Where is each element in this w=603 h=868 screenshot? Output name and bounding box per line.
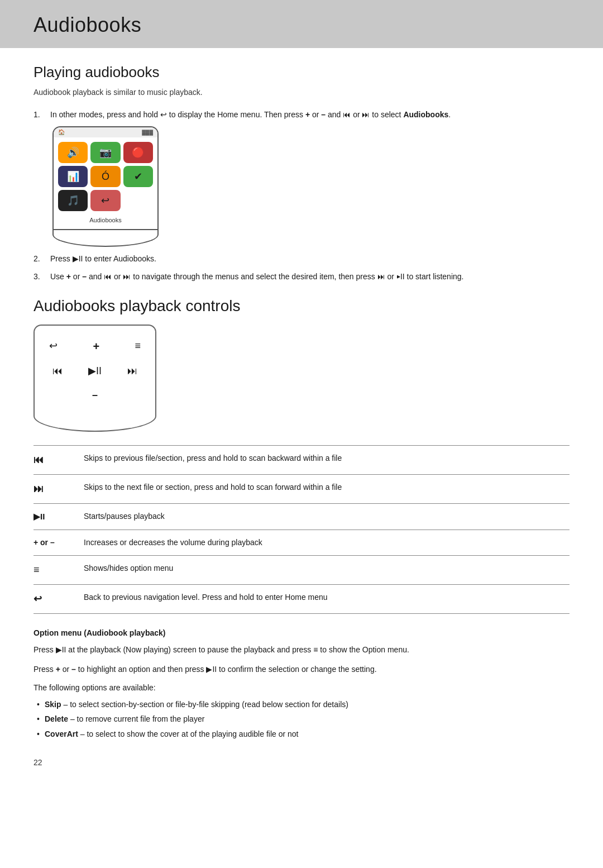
back-symbol: ↩: [34, 585, 78, 614]
option-menu-section: Option menu (Audiobook playback) Press ▶…: [34, 627, 570, 740]
control-row-volume: + or – Increases or decreases the volume…: [34, 530, 570, 556]
play-icon: ▶II: [88, 364, 102, 379]
option-menu-text2: Press + or – to highlight an option and …: [34, 663, 570, 675]
prev-description: Skips to previous file/section, press an…: [78, 445, 570, 474]
section1-title: Playing audiobooks: [34, 61, 570, 83]
plus-icon: +: [93, 338, 99, 355]
play-description: Starts/pauses playback: [78, 503, 570, 530]
next-icon: ⏭: [127, 364, 137, 379]
play-symbol: ▶II: [34, 503, 78, 530]
step1-text: In other modes, press and hold ↩ to disp…: [50, 110, 403, 119]
prev-symbol: ⏮: [34, 445, 78, 474]
step2-text: Press ▶II to enter Audiobooks.: [50, 252, 156, 265]
volume-symbol: + or –: [34, 530, 78, 556]
page-number: 22: [34, 757, 570, 769]
minus-icon: –: [92, 388, 98, 403]
controls-device-image: ↩ + ≡ ⏮ ▶II ⏭ –: [34, 325, 570, 432]
section1-subtitle: Audiobook playback is similar to music p…: [34, 87, 570, 98]
menu-icon: ≡: [135, 338, 141, 354]
controls-table: ⏮ Skips to previous file/section, press …: [34, 445, 570, 614]
next-description: Skips to the next file or section, press…: [78, 474, 570, 503]
option-menu-title: Option menu (Audiobook playback): [34, 627, 570, 639]
menu-description: Shows/hides option menu: [78, 556, 570, 585]
page-header: Audiobooks: [0, 0, 603, 48]
back-description: Back to previous navigation level. Press…: [78, 585, 570, 614]
step-1: 1. In other modes, press and hold ↩ to d…: [34, 108, 570, 247]
device-image: 🏠 ▓▓▓ 🔊 📷 🔴 📊 Ó ✔ 🎵 ↩: [52, 126, 451, 247]
step-3: 3. Use + or – and ⏮ or ⏭ to navigate thr…: [34, 270, 570, 283]
control-row-prev: ⏮ Skips to previous file/section, press …: [34, 445, 570, 474]
step3-text: Use + or – and ⏮ or ⏭ to navigate throug…: [50, 270, 463, 283]
option-menu-text1: Press ▶II at the playback (Now playing) …: [34, 643, 570, 656]
page-title: Audiobooks: [34, 10, 570, 40]
options-list: Skip – to select section-by-section or f…: [34, 698, 570, 740]
page-content: Playing audiobooks Audiobook playback is…: [0, 61, 603, 791]
control-row-menu: ≡ Shows/hides option menu: [34, 556, 570, 585]
option-coverart: CoverArt – to select to show the cover a…: [45, 728, 570, 740]
prev-icon: ⏮: [52, 364, 63, 379]
section2-title: Audiobooks playback controls: [34, 294, 570, 318]
option-delete: Delete – to remove current file from the…: [45, 713, 570, 725]
step-2: 2. Press ▶II to enter Audiobooks.: [34, 252, 570, 265]
step1-bold: Audiobooks: [403, 110, 448, 119]
menu-symbol: ≡: [34, 556, 78, 585]
option-skip: Skip – to select section-by-section or f…: [45, 698, 570, 710]
control-row-next: ⏭ Skips to the next file or section, pre…: [34, 474, 570, 503]
volume-description: Increases or decreases the volume during…: [78, 530, 570, 556]
next-symbol: ⏭: [34, 474, 78, 503]
steps-list: 1. In other modes, press and hold ↩ to d…: [34, 108, 570, 283]
control-row-play: ▶II Starts/pauses playback: [34, 503, 570, 530]
options-intro: The following options are available:: [34, 682, 570, 694]
device-label: Audiobooks: [54, 216, 157, 229]
control-row-back: ↩ Back to previous navigation level. Pre…: [34, 585, 570, 614]
back-icon: ↩: [49, 338, 58, 354]
